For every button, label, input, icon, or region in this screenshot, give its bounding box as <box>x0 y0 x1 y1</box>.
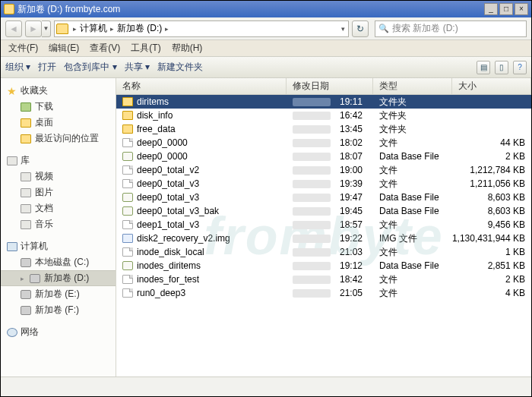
file-date-cell: 19:00 <box>287 165 373 175</box>
forward-button[interactable]: ► <box>25 20 42 37</box>
file-size-cell: 1 KB <box>452 247 531 257</box>
file-date-cell: 19:11 <box>287 96 373 107</box>
toolbar-share[interactable]: 共享 ▾ <box>125 61 150 74</box>
toolbar-newfolder[interactable]: 新建文件夹 <box>157 61 203 74</box>
menu-help[interactable]: 帮助(H) <box>167 40 207 56</box>
menu-view[interactable]: 查看(V) <box>85 40 125 56</box>
sidebar-network-header[interactable]: 网络 <box>1 324 116 340</box>
sidebar-libraries-header[interactable]: 库 <box>1 153 116 169</box>
file-time: 19:12 <box>340 260 363 271</box>
breadcrumb-computer[interactable]: 计算机 <box>78 22 109 35</box>
file-date-cell: 16:42 <box>287 110 373 121</box>
file-name: deep0_0000 <box>137 151 188 162</box>
file-name-cell: deep0_0000 <box>116 137 287 148</box>
search-placeholder: 搜索 新加卷 (D:) <box>392 22 458 35</box>
sidebar-item-pictures[interactable]: 图片 <box>1 184 116 200</box>
file-type-cell: 文件夹 <box>373 96 452 109</box>
breadcrumb-drive[interactable]: 新加卷 (D:) <box>116 22 163 35</box>
file-time: 19:22 <box>340 233 363 244</box>
file-row[interactable]: inode_disk_local21:03文件1 KB <box>116 245 531 259</box>
file-row[interactable]: diritems19:11文件夹 <box>116 95 531 109</box>
sidebar-item-drive-f[interactable]: 新加卷 (F:) <box>1 302 116 318</box>
close-button[interactable]: × <box>515 3 528 15</box>
column-type[interactable]: 类型 <box>373 78 452 94</box>
file-size-cell: 2 KB <box>452 274 531 285</box>
preview-pane-button[interactable]: ▯ <box>495 61 508 74</box>
file-row[interactable]: inodes_for_test18:42文件2 KB <box>116 273 531 286</box>
redacted-date <box>293 207 331 216</box>
menu-file[interactable]: 文件(F) <box>4 40 43 56</box>
disk-icon <box>30 274 40 283</box>
file-row[interactable]: run0_deep321:05文件4 KB <box>116 286 531 300</box>
file-row[interactable]: disk2_recovery_v2.img19:22IMG 文件1,130,43… <box>116 232 531 245</box>
sidebar-item-video[interactable]: 视频 <box>1 169 116 184</box>
file-time: 18:07 <box>340 151 363 162</box>
back-button[interactable]: ◄ <box>5 20 22 37</box>
sidebar-item-documents[interactable]: 文档 <box>1 200 116 216</box>
recent-icon <box>21 134 31 143</box>
minimize-button[interactable]: _ <box>484 3 498 15</box>
chevron-down-icon[interactable]: ▾ <box>340 25 347 33</box>
file-row[interactable]: deep0_total_v319:47Data Base File8,603 K… <box>116 191 531 204</box>
nav-history-dropdown[interactable]: ▼ <box>42 20 51 37</box>
file-date-cell: 13:45 <box>287 124 373 134</box>
address-bar: ◄ ► ▼ ▸ 计算机 ▸ 新加卷 (D:) ▸ ▾ ↻ 🔍 搜索 新加卷 (D… <box>1 17 531 40</box>
sidebar-item-recent[interactable]: 最近访问的位置 <box>1 131 116 147</box>
redacted-date <box>293 180 331 188</box>
sidebar-item-desktop[interactable]: 桌面 <box>1 115 116 131</box>
file-row[interactable]: deep0_total_v219:00文件1,212,784 KB <box>116 163 531 177</box>
file-row[interactable]: free_data13:45文件夹 <box>116 122 531 136</box>
file-name: inodes_for_test <box>137 274 199 285</box>
file-row[interactable]: deep1_total_v318:57文件9,456 KB <box>116 218 531 232</box>
menu-tools[interactable]: 工具(T) <box>126 40 165 56</box>
sidebar-favorites-header[interactable]: ★收藏夹 <box>1 83 116 99</box>
sidebar-item-drive-e[interactable]: 新加卷 (E:) <box>1 286 116 302</box>
column-date[interactable]: 修改日期 <box>287 78 373 94</box>
file-name-cell: deep0_total_v3 <box>116 192 287 203</box>
file-time: 18:02 <box>340 137 363 148</box>
file-icon <box>122 247 133 257</box>
file-icon <box>122 179 133 188</box>
refresh-button[interactable]: ↻ <box>352 20 369 37</box>
file-date-cell: 18:57 <box>287 219 373 230</box>
file-list[interactable]: frombyte diritems19:11文件夹disk_info16:42文… <box>116 95 531 377</box>
file-row[interactable]: inodes_diritems19:12Data Base File2,851 … <box>116 259 531 273</box>
file-time: 19:39 <box>340 178 363 189</box>
titlebar[interactable]: 新加卷 (D:) frombyte.com _ □ × <box>1 1 531 17</box>
refresh-icon: ↻ <box>356 24 364 34</box>
file-row[interactable]: deep0_total_v3_bak19:45Data Base File8,6… <box>116 204 531 218</box>
help-button[interactable]: ? <box>513 61 527 74</box>
file-type-cell: 文件夹 <box>373 109 452 122</box>
redacted-date <box>293 166 331 175</box>
breadcrumb[interactable]: ▸ 计算机 ▸ 新加卷 (D:) ▸ ▾ <box>54 20 349 37</box>
menu-edit[interactable]: 编辑(E) <box>44 40 84 56</box>
file-row[interactable]: deep0_total_v319:39文件1,211,056 KB <box>116 177 531 191</box>
column-name[interactable]: 名称 <box>116 78 287 94</box>
toolbar-include[interactable]: 包含到库中 ▾ <box>64 61 116 74</box>
maximize-button[interactable]: □ <box>499 3 513 15</box>
file-type-cell: 文件 <box>373 178 452 191</box>
file-name: deep0_total_v3 <box>137 192 199 203</box>
search-input[interactable]: 🔍 搜索 新加卷 (D:) <box>375 20 527 37</box>
file-row[interactable]: disk_info16:42文件夹 <box>116 109 531 122</box>
sidebar-item-music[interactable]: 音乐 <box>1 216 116 232</box>
toolbar-organize[interactable]: 组织 ▾ <box>5 61 30 74</box>
sidebar-item-downloads[interactable]: 下载 <box>1 99 116 115</box>
file-name: inodes_diritems <box>137 260 201 271</box>
file-name-cell: disk2_recovery_v2.img <box>116 233 287 244</box>
sidebar-item-drive-c[interactable]: 本地磁盘 (C:) <box>1 254 116 270</box>
status-bar <box>1 377 531 396</box>
file-date-cell: 21:03 <box>287 247 373 257</box>
file-row[interactable]: deep0_000018:02文件44 KB <box>116 136 531 150</box>
file-row[interactable]: deep0_000018:07Data Base File2 KB <box>116 150 531 163</box>
file-time: 13:45 <box>340 124 363 134</box>
view-options-button[interactable]: ▤ <box>477 61 490 74</box>
sidebar-computer-header[interactable]: 计算机 <box>1 238 116 254</box>
music-icon <box>21 220 31 229</box>
content-body: ★收藏夹 下载 桌面 最近访问的位置 库 视频 图片 文档 音乐 计算机 本地磁… <box>1 78 531 377</box>
document-icon <box>21 204 31 213</box>
column-size[interactable]: 大小 <box>452 78 531 94</box>
db-icon <box>122 152 133 161</box>
sidebar-item-drive-d[interactable]: ▸新加卷 (D:) <box>1 270 116 286</box>
toolbar-open[interactable]: 打开 <box>38 61 56 74</box>
